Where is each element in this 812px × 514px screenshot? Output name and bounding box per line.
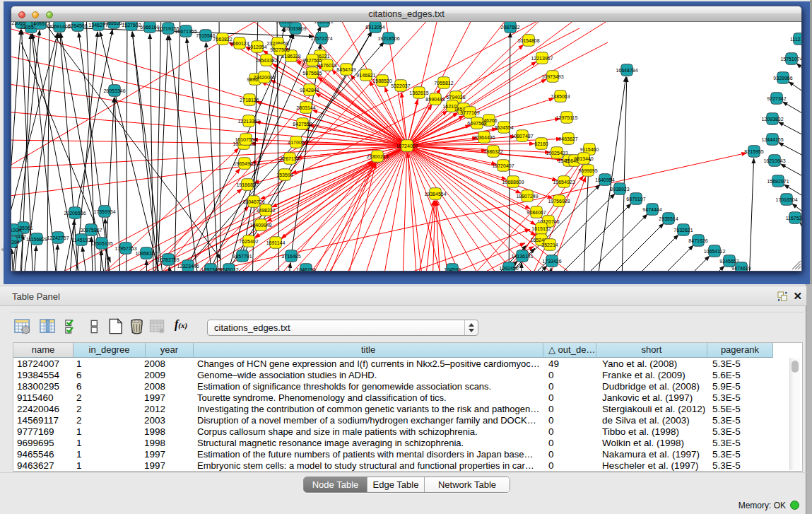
svg-text:16782759: 16782759 — [157, 257, 179, 262]
svg-text:9660124: 9660124 — [230, 41, 249, 46]
svg-text:1527602: 1527602 — [122, 23, 141, 28]
svg-text:2935514: 2935514 — [659, 216, 678, 221]
svg-text:9264506: 9264506 — [68, 23, 87, 28]
svg-text:15720407: 15720407 — [492, 163, 514, 168]
svg-text:12444155: 12444155 — [761, 137, 783, 142]
svg-text:18807249: 18807249 — [516, 194, 538, 199]
svg-text:12505135: 12505135 — [90, 241, 112, 246]
svg-text:12242757: 12242757 — [47, 235, 69, 240]
svg-text:7955812: 7955812 — [434, 81, 453, 86]
svg-text:9777169: 9777169 — [460, 110, 479, 115]
svg-text:16543382: 16543382 — [255, 58, 277, 63]
svg-text:9474619: 9474619 — [731, 266, 751, 271]
svg-text:10973493: 10973493 — [541, 74, 563, 79]
svg-text:1167533: 1167533 — [786, 216, 801, 221]
svg-text:20206536: 20206536 — [64, 211, 86, 216]
svg-text:16046726: 16046726 — [242, 199, 264, 204]
svg-text:6794028: 6794028 — [446, 95, 465, 100]
svg-text:7485063: 7485063 — [551, 94, 570, 99]
svg-text:15751074: 15751074 — [780, 57, 801, 62]
svg-text:9327505: 9327505 — [302, 58, 322, 63]
svg-text:16648784: 16648784 — [616, 68, 637, 73]
svg-text:9084067: 9084067 — [526, 210, 546, 215]
svg-text:16210643: 16210643 — [763, 158, 785, 163]
svg-text:8813054: 8813054 — [365, 25, 384, 30]
svg-text:30975857: 30975857 — [80, 228, 102, 233]
svg-text:1362615: 1362615 — [409, 90, 428, 95]
svg-text:10025433: 10025433 — [546, 151, 567, 156]
svg-text:3498222: 3498222 — [256, 208, 275, 213]
svg-text:9245012: 9245012 — [219, 267, 238, 271]
svg-text:7986322: 7986322 — [483, 149, 502, 154]
svg-text:12975115: 12975115 — [556, 115, 578, 120]
svg-text:9474444: 9474444 — [642, 207, 661, 212]
svg-text:9242848: 9242848 — [300, 88, 319, 93]
svg-text:26053346: 26053346 — [103, 88, 125, 93]
svg-text:10154808: 10154808 — [517, 38, 539, 43]
svg-text:16671355: 16671355 — [175, 29, 196, 34]
svg-text:7632621: 7632621 — [673, 228, 693, 233]
svg-text:12093832: 12093832 — [761, 117, 783, 122]
svg-text:1615132: 1615132 — [531, 226, 551, 231]
svg-text:7663822: 7663822 — [213, 37, 232, 42]
svg-text:3716485: 3716485 — [281, 254, 300, 259]
svg-text:8912954: 8912954 — [247, 45, 266, 49]
svg-text:19218506: 19218506 — [377, 36, 399, 41]
svg-text:931004: 931004 — [11, 228, 21, 233]
svg-text:19166827: 19166827 — [236, 182, 258, 187]
svg-text:6879197: 6879197 — [626, 197, 645, 201]
svg-text:9813440: 9813440 — [574, 156, 593, 161]
svg-text:9115460: 9115460 — [580, 147, 599, 152]
svg-text:153594: 153594 — [276, 173, 293, 177]
svg-text:20364436: 20364436 — [473, 135, 495, 140]
svg-text:1588520: 1588520 — [372, 78, 392, 83]
svg-text:7515546: 7515546 — [196, 33, 215, 38]
svg-text:19384554: 19384554 — [424, 192, 446, 197]
svg-text:1405572: 1405572 — [30, 22, 49, 26]
svg-text:10688609: 10688609 — [502, 180, 524, 185]
svg-text:7625402: 7625402 — [239, 239, 258, 244]
svg-text:417006: 417006 — [288, 140, 304, 145]
svg-text:14136141: 14136141 — [511, 254, 533, 259]
svg-text:12323446: 12323446 — [177, 264, 199, 269]
svg-text:8215955: 8215955 — [744, 149, 763, 154]
svg-text:23420046: 23420046 — [253, 75, 275, 80]
svg-text:16033809: 16033809 — [284, 26, 306, 31]
svg-text:8454749: 8454749 — [336, 67, 355, 72]
svg-text:3267130: 3267130 — [280, 156, 299, 161]
svg-text:19654943: 19654943 — [233, 161, 255, 166]
svg-text:1063321: 1063321 — [314, 22, 333, 24]
svg-text:15692971: 15692971 — [767, 179, 789, 184]
svg-text:9699695: 9699695 — [578, 168, 597, 173]
svg-text:1145193: 1145193 — [72, 238, 91, 243]
svg-text:17016504: 17016504 — [775, 197, 797, 202]
svg-text:1640954: 1640954 — [595, 177, 614, 182]
svg-text:1092450: 1092450 — [499, 266, 518, 271]
svg-text:1292346: 1292346 — [201, 267, 220, 271]
svg-text:18724007: 18724007 — [396, 144, 418, 148]
svg-text:9329966: 9329966 — [773, 76, 792, 81]
svg-text:10107553: 10107553 — [235, 137, 257, 142]
svg-text:8938923: 8938923 — [610, 187, 629, 192]
svg-text:12213967: 12213967 — [531, 56, 553, 61]
svg-text:19654923: 19654923 — [553, 180, 575, 185]
svg-text:9857791: 9857791 — [233, 254, 252, 259]
svg-text:8990448: 8990448 — [425, 97, 445, 102]
svg-text:5322037: 5322037 — [391, 83, 410, 88]
svg-text:9146821: 9146821 — [356, 73, 375, 78]
svg-text:19756928: 19756928 — [548, 199, 570, 204]
svg-text:2718126: 2718126 — [240, 98, 259, 103]
svg-text:11156829: 11156829 — [26, 237, 47, 242]
svg-text:17572274: 17572274 — [310, 36, 332, 41]
svg-text:16409948: 16409948 — [249, 223, 271, 228]
svg-text:1046194: 1046194 — [296, 267, 315, 271]
svg-text:9827505: 9827505 — [270, 47, 289, 52]
svg-text:5875685: 5875685 — [302, 71, 322, 76]
svg-text:2087682: 2087682 — [500, 25, 519, 30]
svg-text:9463627: 9463627 — [558, 136, 577, 141]
svg-text:9227342: 9227342 — [767, 96, 786, 101]
svg-text:20691406: 20691406 — [48, 24, 70, 29]
svg-text:3624554: 3624554 — [494, 125, 513, 130]
svg-text:252214: 252214 — [541, 243, 558, 247]
svg-text:12213363: 12213363 — [237, 119, 259, 124]
